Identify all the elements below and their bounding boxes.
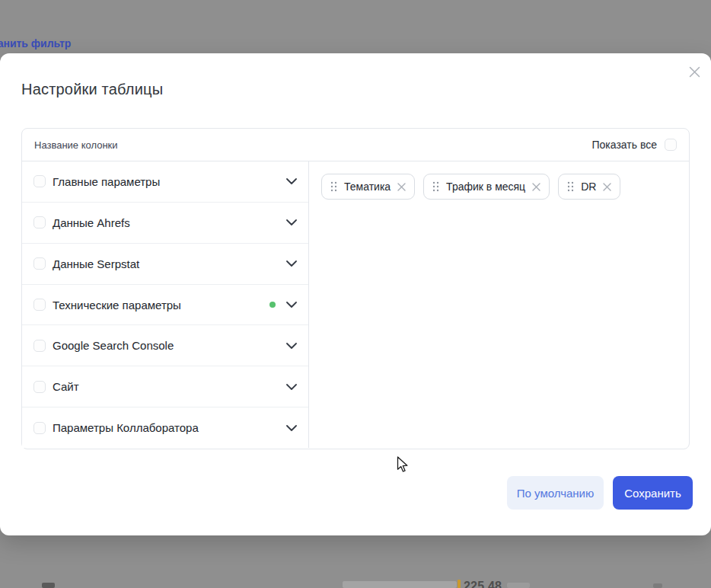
panel-body: Главные параметры Данные Ahrefs (22, 161, 689, 448)
group-row-site[interactable]: Сайт (22, 366, 308, 407)
drag-handle-icon[interactable] (567, 181, 574, 192)
drag-handle-icon[interactable] (432, 181, 439, 192)
chevron-down-icon[interactable] (286, 384, 297, 390)
group-row-serpstat[interactable]: Данные Serpstat (22, 244, 308, 285)
group-checkbox[interactable] (33, 299, 46, 311)
group-label: Сайт (53, 380, 79, 393)
group-checkbox[interactable] (33, 257, 46, 270)
panel-header: Название колонки Показать все (22, 129, 689, 161)
group-row-google-search-console[interactable]: Google Search Console (22, 325, 308, 366)
group-row-technical-params[interactable]: Технические параметры (22, 285, 308, 326)
chevron-down-icon[interactable] (286, 219, 297, 225)
group-row-main-params[interactable]: Главные параметры (22, 161, 308, 203)
chip-traffic-per-month[interactable]: Трафик в месяц (423, 174, 550, 200)
close-icon[interactable] (685, 62, 703, 81)
column-groups-list: Главные параметры Данные Ahrefs (22, 161, 309, 448)
group-checkbox[interactable] (33, 216, 46, 228)
group-row-ahrefs[interactable]: Данные Ahrefs (22, 203, 308, 244)
save-filter-link[interactable]: Сохранить фильтр (0, 37, 71, 50)
group-checkbox[interactable] (33, 422, 46, 434)
default-button[interactable]: По умолчанию (507, 476, 604, 510)
group-label: Технические параметры (53, 299, 181, 312)
selected-columns-area: Тематика Трафик (309, 161, 689, 448)
drag-handle-icon[interactable] (330, 181, 337, 192)
chevron-down-icon[interactable] (286, 425, 297, 431)
chip-dr[interactable]: DR (558, 174, 620, 200)
group-label: Google Search Console (53, 339, 174, 352)
chip-label: Трафик в месяц (446, 181, 525, 193)
group-checkbox[interactable] (33, 340, 46, 352)
chip-remove-icon[interactable] (603, 183, 611, 191)
group-checkbox[interactable] (33, 175, 46, 187)
chip-tematika[interactable]: Тематика (321, 174, 415, 200)
background-artifact (653, 583, 662, 588)
chevron-down-icon[interactable] (286, 343, 297, 349)
close-x-glyph (689, 66, 700, 78)
chevron-down-icon[interactable] (286, 302, 297, 308)
background-artifact (507, 583, 530, 588)
save-button[interactable]: Сохранить (613, 476, 693, 510)
chip-remove-icon[interactable] (397, 183, 406, 191)
background-artifact (343, 581, 457, 588)
modal-title: Настройки таблицы (21, 81, 163, 98)
chip-label: DR (581, 181, 596, 193)
group-label: Главные параметры (53, 175, 160, 188)
chip-label: Тематика (344, 181, 391, 193)
group-label: Данные Serpstat (53, 257, 139, 270)
group-label: Параметры Коллаборатора (53, 421, 199, 434)
show-all-control[interactable]: Показать все (592, 139, 677, 151)
table-settings-modal: Настройки таблицы Название колонки Показ… (0, 53, 711, 535)
show-all-label: Показать все (592, 139, 657, 151)
group-row-collaborator-params[interactable]: Параметры Коллаборатора (22, 407, 308, 448)
chip-remove-icon[interactable] (532, 183, 540, 191)
background-artifact (42, 583, 55, 588)
active-indicator-dot (269, 302, 276, 308)
group-label: Данные Ahrefs (53, 216, 130, 229)
background-artifact-orange-marker (458, 580, 461, 588)
column-name-header: Название колонки (34, 139, 118, 151)
show-all-checkbox[interactable] (665, 139, 677, 151)
chevron-down-icon[interactable] (286, 178, 297, 184)
chevron-down-icon[interactable] (286, 260, 297, 267)
columns-settings-panel: Название колонки Показать все Главные па… (21, 128, 690, 449)
background-partial-value: 225.48 (464, 580, 502, 588)
group-checkbox[interactable] (33, 381, 46, 393)
mouse-cursor (397, 456, 410, 473)
